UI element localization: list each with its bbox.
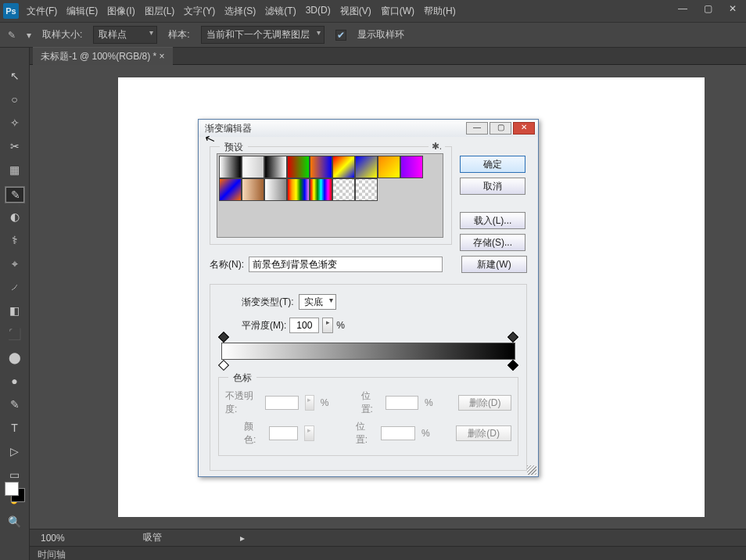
color-stop-left[interactable] bbox=[218, 360, 229, 371]
smoothness-input[interactable] bbox=[289, 318, 319, 333]
preset-swatch[interactable] bbox=[287, 156, 310, 178]
color-delete-button[interactable]: 删除(D) bbox=[456, 425, 511, 441]
preset-swatch[interactable] bbox=[219, 156, 242, 178]
dialog-title: 渐变编辑器 bbox=[205, 122, 252, 135]
opacity-delete-button[interactable]: 删除(D) bbox=[458, 395, 511, 411]
opacity-loc-percent: % bbox=[425, 397, 433, 408]
color-stepper[interactable]: ▸ bbox=[304, 425, 314, 441]
tool-item[interactable]: ↖ bbox=[5, 70, 24, 85]
dialog-minimize-button[interactable]: — bbox=[466, 122, 488, 135]
gradient-editor-dialog: 渐变编辑器 — ▢ ✕ 确定 取消 载入(L)... 存储(S)... 预设 ✱… bbox=[198, 119, 539, 477]
opacity-input[interactable] bbox=[265, 396, 298, 410]
tool-item[interactable]: ▦ bbox=[5, 163, 24, 179]
tool-item[interactable]: ⬤ bbox=[5, 351, 24, 367]
tool-item[interactable]: ⬛ bbox=[5, 328, 24, 343]
main-menu: 文件(F) 编辑(E) 图像(I) 图层(L) 文字(Y) 选择(S) 滤镜(T… bbox=[27, 5, 456, 18]
menu-window[interactable]: 窗口(W) bbox=[381, 5, 414, 18]
gradient-preview[interactable] bbox=[221, 343, 515, 360]
tool-item[interactable]: ◧ bbox=[5, 304, 24, 320]
dialog-maximize-button[interactable]: ▢ bbox=[490, 122, 511, 135]
smoothness-label: 平滑度(M): bbox=[242, 319, 286, 332]
close-button[interactable]: ✕ bbox=[726, 3, 740, 14]
color-well[interactable] bbox=[269, 426, 298, 440]
color-label: 颜色: bbox=[244, 420, 263, 447]
preset-swatch[interactable] bbox=[242, 178, 264, 201]
preset-swatch[interactable] bbox=[400, 156, 423, 178]
menu-layer[interactable]: 图层(L) bbox=[145, 5, 175, 18]
menu-image[interactable]: 图像(I) bbox=[107, 5, 134, 18]
preset-swatch[interactable] bbox=[332, 156, 355, 178]
tool-item[interactable]: 🔍 bbox=[5, 515, 24, 531]
preset-swatch[interactable] bbox=[310, 156, 332, 178]
opacity-location-input[interactable] bbox=[386, 396, 418, 410]
preset-swatch[interactable] bbox=[355, 156, 378, 178]
color-swatches[interactable] bbox=[5, 482, 23, 501]
gradient-type-select[interactable]: 实底 bbox=[299, 294, 336, 310]
opacity-stop-right[interactable] bbox=[507, 332, 518, 343]
tool-item[interactable]: ✎ bbox=[5, 187, 24, 203]
opacity-label: 不透明度: bbox=[225, 389, 259, 416]
maximize-button[interactable]: ▢ bbox=[701, 3, 715, 14]
foreground-swatch[interactable] bbox=[5, 482, 19, 496]
menu-type[interactable]: 文字(Y) bbox=[184, 5, 215, 18]
menu-file[interactable]: 文件(F) bbox=[27, 5, 57, 18]
zoom-display[interactable]: 100% bbox=[41, 533, 65, 544]
smoothness-stepper[interactable]: ▸ bbox=[322, 318, 333, 333]
tool-item[interactable]: ○ bbox=[5, 93, 24, 109]
preset-swatch[interactable] bbox=[355, 178, 378, 201]
menu-edit[interactable]: 编辑(E) bbox=[66, 5, 98, 18]
tool-item[interactable]: ✧ bbox=[5, 117, 24, 132]
tool-item[interactable]: ✎ bbox=[5, 398, 24, 414]
new-button[interactable]: 新建(W) bbox=[461, 256, 527, 273]
preset-swatch[interactable] bbox=[264, 178, 287, 201]
cancel-button[interactable]: 取消 bbox=[460, 178, 525, 195]
tool-item[interactable]: ▷ bbox=[5, 445, 24, 461]
opacity-percent: % bbox=[321, 397, 329, 408]
resize-grip[interactable] bbox=[527, 465, 536, 475]
sample-select[interactable]: 当前和下一个无调整图层 bbox=[201, 26, 325, 44]
menu-help[interactable]: 帮助(H) bbox=[424, 5, 456, 18]
timeline-panel-tab[interactable]: 时间轴 bbox=[30, 546, 746, 560]
tool-item[interactable]: ● bbox=[5, 375, 24, 390]
percent-label: % bbox=[336, 320, 345, 331]
preset-swatch[interactable] bbox=[264, 156, 287, 178]
color-location-label: 位置: bbox=[356, 420, 375, 447]
minimize-button[interactable]: — bbox=[676, 3, 690, 14]
stops-group-label: 色标 bbox=[228, 372, 256, 385]
save-button[interactable]: 存储(S)... bbox=[460, 234, 525, 251]
dialog-titlebar[interactable]: 渐变编辑器 — ▢ ✕ bbox=[199, 120, 538, 137]
show-ring-checkbox[interactable]: ✔ bbox=[335, 30, 346, 41]
status-play-icon[interactable]: ▸ bbox=[240, 533, 245, 544]
preset-swatch[interactable] bbox=[242, 156, 264, 178]
tool-item[interactable]: ⌖ bbox=[5, 257, 24, 273]
preset-swatch[interactable] bbox=[219, 178, 242, 201]
presets-menu-icon[interactable]: ✱. bbox=[429, 141, 445, 152]
opacity-stop-left[interactable] bbox=[218, 332, 229, 343]
preset-list[interactable] bbox=[217, 153, 443, 238]
sample-size-select[interactable]: 取样点 bbox=[93, 26, 157, 44]
menu-filter[interactable]: 滤镜(T) bbox=[265, 5, 296, 18]
dropdown-icon[interactable]: ▾ bbox=[27, 30, 31, 41]
preset-swatch[interactable] bbox=[310, 178, 332, 201]
tool-item[interactable]: ◐ bbox=[5, 210, 24, 226]
preset-swatch[interactable] bbox=[378, 156, 400, 178]
menu-select[interactable]: 选择(S) bbox=[224, 5, 256, 18]
sample-label: 样本: bbox=[168, 28, 189, 41]
gradient-bar[interactable] bbox=[221, 343, 515, 360]
load-button[interactable]: 载入(L)... bbox=[460, 212, 525, 229]
tool-item[interactable]: ⚕ bbox=[5, 234, 24, 249]
opacity-stepper[interactable]: ▸ bbox=[305, 395, 314, 411]
ok-button[interactable]: 确定 bbox=[460, 156, 525, 173]
document-tab[interactable]: 未标题-1 @ 100%(RGB/8) * × bbox=[33, 47, 173, 66]
tool-item[interactable]: ✂ bbox=[5, 140, 24, 156]
tool-item[interactable]: T bbox=[5, 422, 24, 437]
menu-3d[interactable]: 3D(D) bbox=[306, 5, 331, 18]
color-stop-right[interactable] bbox=[507, 360, 518, 371]
menu-view[interactable]: 视图(V) bbox=[340, 5, 371, 18]
preset-swatch[interactable] bbox=[332, 178, 355, 201]
gradient-name-input[interactable] bbox=[249, 257, 443, 272]
preset-swatch[interactable] bbox=[287, 178, 310, 201]
dialog-close-button[interactable]: ✕ bbox=[513, 122, 535, 135]
tool-item[interactable]: ⟋ bbox=[5, 281, 24, 296]
color-location-input[interactable] bbox=[381, 426, 415, 440]
